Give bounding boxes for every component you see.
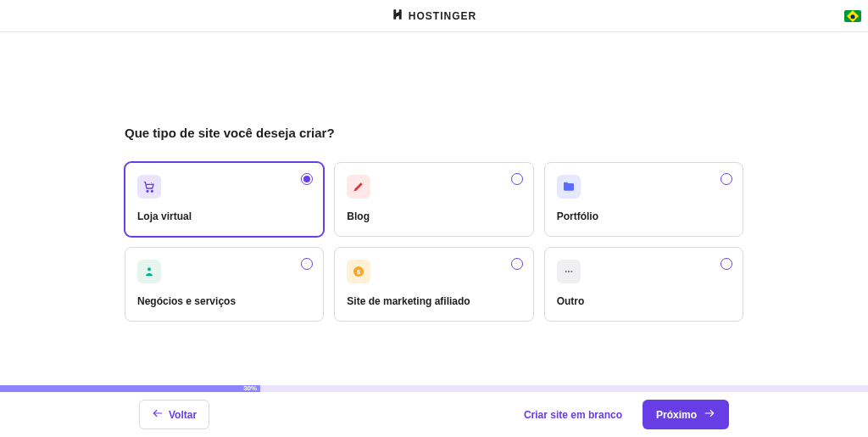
pencil-icon [347,175,370,199]
footer-right: Criar site em branco Próximo [524,400,729,429]
radio-unselected-icon [301,258,313,270]
option-label: Site de marketing afiliado [347,295,520,307]
svg-text:$: $ [357,268,361,276]
progress-percent: 30% [243,384,257,392]
radio-selected-icon [301,173,313,185]
radio-unselected-icon [511,173,523,185]
cart-icon [137,175,161,199]
option-label: Portfólio [557,210,731,222]
option-card-other[interactable]: Outro [544,247,743,322]
next-button[interactable]: Próximo [643,400,729,429]
radio-unselected-icon [721,173,732,185]
radio-unselected-icon [721,258,732,270]
svg-point-7 [570,271,572,272]
option-label: Blog [347,210,520,222]
footer: Voltar Criar site em branco Próximo [0,392,868,437]
svg-point-1 [151,190,153,192]
next-label: Próximo [656,409,697,421]
option-label: Negócios e serviços [137,295,311,307]
option-card-business[interactable]: Negócios e serviços [125,247,324,322]
svg-point-6 [568,271,570,272]
hostinger-logo-icon [392,8,403,23]
svg-point-2 [147,267,151,271]
folder-icon [557,175,581,199]
option-card-store[interactable]: Loja virtual [125,162,324,237]
arrow-left-icon [152,407,164,422]
svg-point-5 [565,271,566,272]
progress-bar: 30% [0,385,868,392]
create-blank-link[interactable]: Criar site em branco [524,409,622,421]
option-card-affiliate[interactable]: $ Site de marketing afiliado [334,247,533,322]
locale-flag-brazil-icon[interactable] [844,10,861,22]
person-icon [137,260,161,283]
progress-fill: 30% [0,385,260,392]
dots-icon [557,260,581,283]
dollar-icon: $ [347,260,370,283]
main: Que tipo de site você deseja criar? Loja… [0,32,868,322]
option-label: Loja virtual [137,210,311,222]
header: HOSTINGER [0,0,868,32]
option-card-blog[interactable]: Blog [334,162,533,237]
svg-point-0 [147,190,148,192]
page-title: Que tipo de site você deseja criar? [125,126,743,140]
option-card-portfolio[interactable]: Portfólio [544,162,743,237]
back-button[interactable]: Voltar [139,400,209,429]
radio-unselected-icon [511,258,523,270]
options-grid: Loja virtual Blog Portfólio [125,162,743,322]
brand-logo: HOSTINGER [392,8,476,23]
brand-name: HOSTINGER [409,10,476,22]
option-label: Outro [557,295,731,307]
back-label: Voltar [169,409,197,421]
arrow-right-icon [704,407,715,422]
